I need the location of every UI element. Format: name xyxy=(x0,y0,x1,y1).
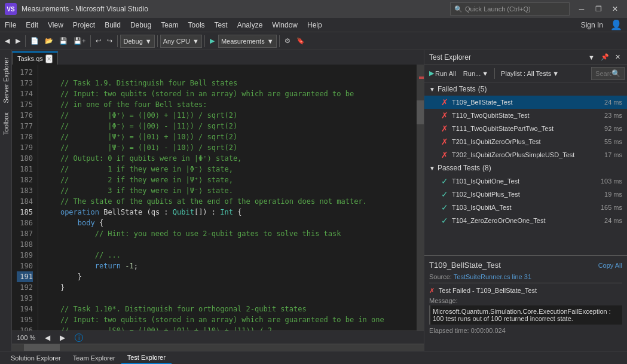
test-name-t110: T110_TwoQubitState_Test xyxy=(452,112,601,119)
search-icon: 🔍 xyxy=(454,5,463,13)
toolbar-open[interactable]: 📂 xyxy=(42,36,56,46)
line-num: 185 xyxy=(17,207,33,218)
toolbar-save[interactable]: 💾 xyxy=(57,36,70,46)
main-area: Server Explorer Toolbox Tasks.qs ✕ 172 1… xyxy=(0,50,627,351)
code-content[interactable]: 172 173 174 175 176 177 178 179 180 181 … xyxy=(12,65,424,331)
toolbar-extra1[interactable]: ⚙ xyxy=(282,36,293,46)
menu-build[interactable]: Build xyxy=(100,18,126,32)
passed-count: (8) xyxy=(482,164,491,172)
fail-icon-t202: ✗ xyxy=(441,150,448,160)
toolbar-forward[interactable]: ▶ xyxy=(13,36,23,46)
tab-filename: Tasks.qs xyxy=(17,55,43,62)
zoom-level[interactable]: 100 % xyxy=(17,334,35,341)
tab-solution-explorer[interactable]: Solution Explorer xyxy=(5,351,67,364)
te-content[interactable]: ▼ Failed Tests (5) ✗ T109_BellState_Test… xyxy=(424,82,627,255)
test-item-t102[interactable]: ✓ T102_IsQubitPlus_Test 19 ms xyxy=(424,188,627,201)
te-search-box[interactable]: 🔍 xyxy=(591,67,625,80)
line-num: 181 xyxy=(17,164,33,175)
copy-all-button[interactable]: Copy All xyxy=(598,262,622,269)
menu-test[interactable]: Test xyxy=(210,18,233,32)
playlist-arrow: ▼ xyxy=(552,70,559,77)
test-item-t103[interactable]: ✓ T103_IsQubitA_Test 165 ms xyxy=(424,201,627,214)
tab-team-explorer[interactable]: Team Explorer xyxy=(67,351,121,364)
test-item-t111[interactable]: ✗ T111_TwoQubitStatePartTwo_Test 92 ms xyxy=(424,122,627,135)
close-button[interactable]: ✕ xyxy=(608,3,622,15)
toolbar-sep-6 xyxy=(279,35,280,47)
menu-help[interactable]: Help xyxy=(302,18,327,32)
vs-logo: VS xyxy=(5,3,17,15)
menu-tools[interactable]: Tools xyxy=(183,18,210,32)
menu-edit[interactable]: Edit xyxy=(21,18,43,32)
sign-in-link[interactable]: Sign In xyxy=(574,21,610,29)
passed-tests-section[interactable]: ▼ Passed Tests (8) xyxy=(424,161,627,175)
source-label: Source: xyxy=(429,273,452,280)
line-num: 173 xyxy=(17,78,33,88)
run-all-icon: ▶ xyxy=(429,69,434,77)
info-icon[interactable]: i xyxy=(75,334,83,342)
te-run-dropdown-btn[interactable]: Run... ▼ xyxy=(461,69,491,78)
toolbar-redo[interactable]: ↪ xyxy=(105,36,115,46)
test-time-t103: 165 ms xyxy=(601,204,622,211)
sidebar-toolbox[interactable]: Toolbox xyxy=(1,108,11,140)
menu-file[interactable]: File xyxy=(0,18,21,32)
hscrollbar-thumb[interactable] xyxy=(24,344,60,351)
toolbar-undo[interactable]: ↩ xyxy=(93,36,103,46)
source-link[interactable]: TestSuiteRunner.cs line 31 xyxy=(454,273,531,280)
te-title: Test Explorer xyxy=(429,53,471,62)
passed-label: Passed Tests xyxy=(438,164,480,172)
menu-team[interactable]: Team xyxy=(156,18,183,32)
te-run-all-btn[interactable]: ▶ Run All xyxy=(427,68,458,78)
editor-hscrollbar[interactable] xyxy=(12,344,424,351)
code-editor[interactable]: // Task 1.9. Distinguish four Bell state… xyxy=(38,65,417,331)
menu-debug[interactable]: Debug xyxy=(126,18,156,32)
line-num: 190 xyxy=(17,261,33,271)
test-item-t101[interactable]: ✓ T101_IsQubitOne_Test 103 ms xyxy=(424,175,627,188)
debug-mode-dropdown[interactable]: Debug ▼ xyxy=(120,35,154,48)
test-item-t110[interactable]: ✗ T110_TwoQubitState_Test 23 ms xyxy=(424,109,627,122)
menu-view[interactable]: View xyxy=(43,18,68,32)
scrollbar-thumb[interactable] xyxy=(417,100,424,124)
title-bar-right: ─ ❐ ✕ xyxy=(574,3,622,15)
toolbar-extra2[interactable]: 🔖 xyxy=(294,36,307,46)
fail-detail-label: Test Failed - T109_BellState_Test xyxy=(439,287,537,294)
test-item-t104[interactable]: ✓ T104_ZeroZeroOrOneOne_Test 24 ms xyxy=(424,214,627,227)
pass-icon-t103: ✓ xyxy=(441,203,448,212)
nav-prev[interactable]: ◀ xyxy=(45,334,50,342)
test-item-t202[interactable]: ✗ T202_IsQubitZeroOrPlusSimpleUSD_Test 1… xyxy=(424,148,627,161)
menu-project[interactable]: Project xyxy=(68,18,100,32)
line-num: 177 xyxy=(17,121,33,131)
te-search-input[interactable] xyxy=(595,70,611,77)
test-item-t109[interactable]: ✗ T109_BellState_Test 24 ms xyxy=(424,96,627,109)
restore-button[interactable]: ❐ xyxy=(591,3,605,15)
toolbar-back[interactable]: ◀ xyxy=(2,36,12,46)
nav-next[interactable]: ▶ xyxy=(60,334,65,342)
elapsed-time: Elapsed time: 0:00:00.024 xyxy=(429,327,622,334)
quick-launch-box[interactable]: 🔍 Quick Launch (Ctrl+Q) xyxy=(450,2,570,16)
minimize-button[interactable]: ─ xyxy=(574,3,589,15)
menu-analyze[interactable]: Analyze xyxy=(233,18,268,32)
test-item-t201[interactable]: ✗ T201_IsQubitZeroOrPlus_Test 55 ms xyxy=(424,135,627,148)
editor-scrollbar[interactable] xyxy=(417,65,424,331)
tab-close-button[interactable]: ✕ xyxy=(45,54,53,63)
start-debug-button[interactable]: ▶ xyxy=(207,36,217,46)
failed-tests-section[interactable]: ▼ Failed Tests (5) xyxy=(424,82,627,96)
title-bar: VS Measurements - Microsoft Visual Studi… xyxy=(0,0,627,18)
tab-test-explorer[interactable]: Test Explorer xyxy=(121,351,172,364)
user-icon: 👤 xyxy=(610,19,622,30)
te-playlist-btn[interactable]: Playlist : All Tests ▼ xyxy=(498,69,561,78)
te-filter-btn[interactable]: ▼ xyxy=(586,53,597,62)
te-pin-btn[interactable]: 📌 xyxy=(599,53,611,62)
project-dropdown[interactable]: Measurements ▼ xyxy=(218,35,277,48)
toolbar-new[interactable]: 📄 xyxy=(28,36,41,46)
fail-detail-icon: ✗ xyxy=(429,287,435,294)
menu-window[interactable]: Window xyxy=(267,18,302,32)
te-detail-panel: T109_BellState_Test Copy All Source: Tes… xyxy=(424,255,627,351)
passed-chevron: ▼ xyxy=(429,165,435,172)
platform-dropdown[interactable]: Any CPU ▼ xyxy=(160,35,202,48)
sidebar-server-explorer[interactable]: Server Explorer xyxy=(1,53,11,108)
left-sidebar: Server Explorer Toolbox xyxy=(0,50,12,351)
test-name-t202: T202_IsQubitZeroOrPlusSimpleUSD_Test xyxy=(452,151,601,158)
toolbar-save-all[interactable]: 💾+ xyxy=(71,36,88,46)
editor-tab-tasks[interactable]: Tasks.qs ✕ xyxy=(12,51,58,65)
te-close-btn[interactable]: ✕ xyxy=(613,53,622,62)
